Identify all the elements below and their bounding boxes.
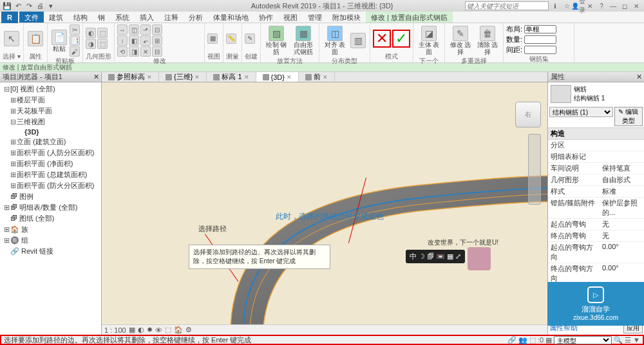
vc-icon[interactable]: 🏠 — [174, 326, 183, 334]
props-row[interactable]: 几何图形自由形式 — [548, 174, 644, 186]
search-input[interactable] — [465, 1, 549, 10]
props-row[interactable]: 分区 — [548, 140, 644, 151]
measure-icon[interactable]: 📏 — [226, 33, 236, 44]
tree-item[interactable]: ⊞🗊 明细表/数量 (全部) — [1, 202, 100, 213]
geom-icon[interactable]: ⬚ — [97, 28, 108, 38]
tab-steel[interactable]: 钢 — [93, 12, 110, 23]
nav-wheel[interactable] — [528, 134, 541, 205]
modify-icon[interactable]: ⟲ — [117, 46, 128, 57]
modify-icon[interactable]: ⊡ — [152, 24, 162, 35]
sketch-rebar-button[interactable]: ▨绘制 钢筋 — [263, 24, 289, 57]
sb-icon[interactable]: ☰ — [625, 336, 631, 344]
tab-manage[interactable]: 管理 — [303, 12, 327, 23]
properties-button[interactable]: 📋 — [26, 30, 44, 48]
sb-icon[interactable]: ▼ — [633, 336, 640, 344]
tab-addins[interactable]: 附加模块 — [327, 12, 366, 23]
qa-redo-icon[interactable]: ↷ — [24, 1, 33, 10]
sb-icon[interactable]: 🔗 — [507, 336, 516, 344]
qa-undo-icon[interactable]: ↶ — [14, 1, 23, 10]
clear-select-button[interactable]: 🗑清除 选择 — [475, 24, 500, 57]
tree-item[interactable]: ⊟三维视图 — [1, 117, 100, 127]
spacing-input[interactable] — [524, 46, 556, 54]
view-tab[interactable]: 参照标高✕ — [102, 72, 159, 82]
close-icon[interactable]: ✕ — [631, 1, 641, 10]
modify-icon[interactable]: ◫ — [129, 24, 139, 35]
view-tab[interactable]: 标高 1✕ — [207, 72, 256, 82]
props-group-header[interactable]: 构造 — [548, 127, 644, 140]
maximize-icon[interactable]: ◻ — [620, 1, 630, 10]
modify-select-button[interactable]: ✎修改 选择 — [448, 24, 473, 57]
vc-icon[interactable]: 👁 — [155, 326, 162, 334]
select-button[interactable]: ↖ — [3, 30, 21, 48]
props-row[interactable]: 车间说明保持笔直 — [548, 163, 644, 174]
paste-button[interactable]: 📄粘贴 — [50, 28, 68, 53]
tree-item[interactable]: ⊞立面 (建筑立面) — [1, 136, 100, 147]
tree-item[interactable]: ⊞天花板平面 — [1, 106, 100, 117]
tab-modify-context[interactable]: 修改 | 放置自由形式钢筋 — [366, 12, 453, 23]
exchange-icon[interactable]: ✕ — [585, 1, 595, 10]
edit-type-button[interactable]: ✎ 编辑类型 — [614, 107, 643, 126]
project-tree[interactable]: ⊟[0] 视图 (全部)⊞楼层平面⊞天花板平面⊟三维视图{3D}⊞立面 (建筑立… — [0, 82, 101, 335]
tab-systems[interactable]: 系统 — [110, 12, 135, 23]
qty-input[interactable] — [524, 35, 556, 44]
qa-save-icon[interactable]: 💾 — [3, 1, 12, 10]
modify-icon[interactable]: ◧ — [129, 35, 139, 46]
props-row[interactable]: 起点的弯钩无 — [548, 219, 644, 230]
tree-item[interactable]: 🗊 图纸 (全部) — [1, 213, 100, 224]
type-selector[interactable]: 结构钢筋 (1) — [549, 107, 613, 117]
dist-button[interactable]: ▥ — [349, 32, 367, 50]
tab-massing[interactable]: 体量和场地 — [208, 12, 254, 23]
close-browser-icon[interactable]: ✕ — [93, 73, 99, 81]
tree-item[interactable]: ⊞面积平面 (净面积) — [1, 158, 100, 169]
layout-input[interactable] — [524, 25, 556, 33]
minimize-icon[interactable]: — — [608, 1, 618, 10]
scale-button[interactable]: 1 : 100 — [104, 326, 126, 334]
close-tab-icon[interactable]: ✕ — [287, 74, 292, 80]
vc-icon[interactable]: ▦ — [129, 326, 135, 334]
geom-icon[interactable]: ◑ — [86, 39, 96, 49]
modify-icon[interactable]: ⬐ — [140, 35, 151, 46]
tab-arch[interactable]: 建筑 — [44, 12, 68, 23]
props-row[interactable]: 明细表标记 — [548, 151, 644, 163]
qa-print-icon[interactable]: 🖨 — [35, 1, 44, 10]
vc-icon[interactable]: ◐ — [138, 326, 144, 334]
help-icon[interactable]: ? — [596, 1, 607, 10]
tree-item[interactable]: ⊞面积平面 (总建筑面积) — [1, 169, 100, 180]
modify-icon[interactable]: ⬏ — [140, 24, 151, 35]
vc-icon[interactable]: ✹ — [147, 326, 153, 334]
login-button[interactable]: 👤 登录 — [573, 1, 583, 10]
cut-icon[interactable]: ✂ — [70, 24, 80, 35]
modify-icon[interactable]: ⊟ — [152, 46, 162, 57]
close-tab-icon[interactable]: ✕ — [244, 74, 249, 80]
modify-icon[interactable]: ◨ — [129, 46, 139, 57]
geom-icon[interactable]: ⬚ — [97, 39, 108, 49]
info-icon[interactable]: ℹ — [550, 1, 560, 10]
copy-icon[interactable]: 📑 — [70, 35, 80, 46]
sb-icon[interactable]: ⬚ — [529, 336, 536, 344]
view-tab[interactable]: {3D}✕ — [256, 72, 299, 82]
props-row[interactable]: 起点的弯钩方向0.00° — [548, 242, 644, 263]
tree-item[interactable]: ⊞🔘 组 — [1, 235, 100, 246]
props-row[interactable]: 终点的弯钩无 — [548, 230, 644, 242]
props-row[interactable]: 镫筋/箍筋附件保护层参照的... — [548, 198, 644, 219]
close-props-icon[interactable]: ✕ — [636, 73, 642, 81]
tab-file[interactable]: 文件 — [19, 12, 44, 23]
tree-item[interactable]: 🗊 图例 — [1, 191, 100, 202]
tab-view[interactable]: 视图 — [278, 12, 303, 23]
mode-cancel-button[interactable]: ✕ — [373, 30, 391, 48]
close-tab-icon[interactable]: ✕ — [194, 74, 200, 80]
tree-item[interactable]: {3D} — [1, 127, 100, 136]
view-tab[interactable]: 前✕ — [299, 72, 335, 82]
tree-item[interactable]: ⊞楼层平面 — [1, 95, 100, 106]
tab-struct[interactable]: 结构 — [68, 12, 93, 23]
close-tab-icon[interactable]: ✕ — [147, 74, 152, 80]
geom-icon[interactable]: ◐ — [86, 28, 96, 38]
close-tab-icon[interactable]: ✕ — [323, 74, 328, 80]
sb-icon[interactable]: ▦ — [545, 336, 552, 344]
sb-icon[interactable]: 👥 — [518, 336, 527, 344]
qa-more-icon[interactable]: ▾ — [46, 1, 55, 10]
props-row[interactable]: 样式标准 — [548, 186, 644, 198]
tab-insert[interactable]: 插入 — [135, 12, 159, 23]
freeform-rebar-button[interactable]: ▦自由形 式钢筋 — [290, 24, 316, 57]
modify-icon[interactable]: ↕ — [117, 35, 128, 46]
